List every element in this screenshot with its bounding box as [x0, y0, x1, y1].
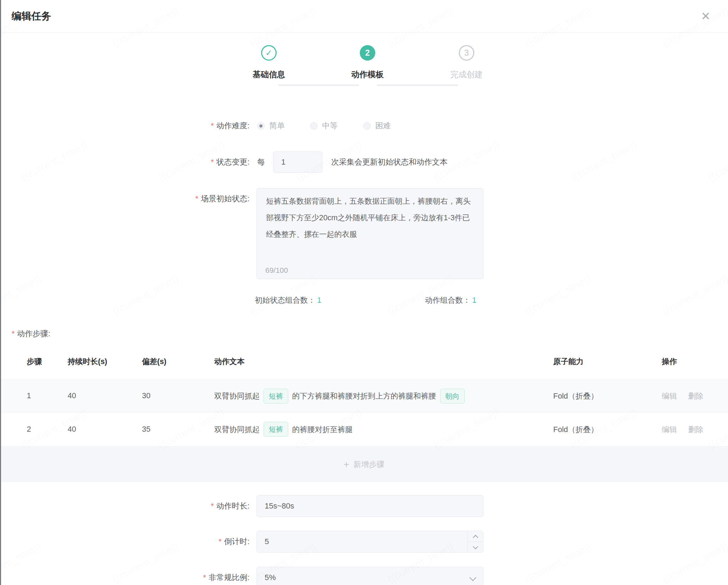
countdown-input[interactable]: 5: [257, 531, 483, 553]
header-ability: 原子能力: [553, 352, 584, 371]
dialog-header: 编辑任务 ✕: [0, 0, 728, 33]
chevron-up-icon: [473, 535, 478, 541]
row-actions: 编辑 删除: [662, 412, 703, 446]
action-duration-value: 15s~80s: [257, 495, 483, 517]
required-mark: *: [195, 194, 198, 203]
row-ability: Fold（折叠）: [553, 412, 598, 446]
radio-icon: [363, 122, 371, 130]
required-mark: *: [203, 573, 206, 582]
delete-link[interactable]: 删除: [688, 391, 703, 401]
radio-label: 中等: [322, 121, 338, 131]
row-deviation: 30: [142, 380, 150, 412]
action-duration-label: *动作时长:: [94, 495, 249, 517]
text-segment: 的下方裤腿和裤腰对折到上方的裤腿和裤腰: [292, 391, 436, 401]
state-change-label: *状态变更:: [94, 152, 249, 173]
initial-combo-count: 初始状态组合数：1: [255, 292, 321, 308]
difficulty-row: *动作难度: 简单 中等 困难: [0, 117, 728, 134]
plus-icon: +: [344, 459, 349, 470]
unusual-ratio-value: 5%: [257, 567, 483, 585]
row-step: 1: [27, 380, 31, 412]
row-actions: 编辑 删除: [662, 380, 703, 412]
row-deviation: 35: [142, 412, 150, 446]
required-mark: *: [12, 329, 15, 338]
required-mark: *: [218, 537, 222, 546]
countdown-row: *倒计时: 5: [0, 531, 728, 553]
row-action-text: 双臂协同抓起 短裤 的裤腰对折至裤腿: [214, 412, 538, 446]
step-2-label: 动作模板: [329, 69, 406, 80]
header-actions: 操作: [662, 352, 677, 371]
initial-combo-value: 1: [317, 296, 321, 304]
edit-task-dialog: ((current_time))((current_time))((curren…: [0, 0, 728, 585]
difficulty-label: *动作难度:: [94, 117, 249, 134]
radio-icon: [310, 122, 317, 130]
page-edge: [0, 0, 1, 585]
char-counter: 69/100: [265, 266, 288, 275]
step-number: 3: [464, 48, 469, 58]
header-duration: 持续时长(s): [68, 352, 107, 371]
initial-state-label: *场景初始状态:: [94, 188, 249, 209]
object-tag: 短裤: [264, 389, 288, 404]
radio-icon: [257, 122, 265, 130]
header-action-text: 动作文本: [214, 352, 538, 371]
row-duration: 40: [68, 380, 76, 412]
radio-option-easy[interactable]: 简单: [257, 117, 285, 134]
row-duration: 40: [68, 412, 76, 446]
action-steps-table: 步骤 持续时长(s) 偏差(s) 动作文本 原子能力 操作 1 40 30 双臂…: [0, 352, 728, 482]
step-3-label: 完成创建: [428, 69, 505, 80]
countdown-label: *倒计时:: [94, 531, 249, 553]
step-3-circle: 3: [459, 45, 474, 61]
spinner-up-button[interactable]: [468, 531, 483, 542]
required-mark: *: [211, 501, 214, 510]
edit-link[interactable]: 编辑: [662, 391, 677, 401]
text-segment: 的裤腰对折至裤腿: [292, 424, 353, 435]
unusual-ratio-label: *非常规比例:: [94, 567, 249, 585]
add-step-label: 新增步骤: [353, 459, 384, 470]
table-row: 2 40 35 双臂协同抓起 短裤 的裤腰对折至裤腿 Fold（折叠） 编辑 删…: [0, 412, 728, 447]
add-step-button[interactable]: + 新增步骤: [0, 447, 728, 482]
dialog-title: 编辑任务: [12, 0, 51, 32]
object-tag: 短裤: [264, 422, 288, 437]
state-change-input[interactable]: 1: [273, 152, 322, 173]
row-ability: Fold（折叠）: [553, 380, 598, 412]
state-change-row: *状态变更: 每 1 次采集会更新初始状态和动作文本: [0, 152, 728, 173]
chevron-down-icon: [473, 544, 478, 549]
radio-option-medium[interactable]: 中等: [310, 117, 338, 134]
stepper: ✓ 2 3 基础信息 动作模板 完成创建: [0, 32, 728, 89]
text-segment: 双臂协同抓起: [214, 424, 260, 435]
step-1-circle: ✓: [261, 45, 277, 61]
stepper-connector: [377, 85, 458, 86]
step-number: 2: [365, 48, 370, 58]
text-segment: 双臂协同抓起: [214, 391, 260, 401]
row-action-text: 双臂协同抓起 短裤 的下方裤腿和裤腰对折到上方的裤腿和裤腰 朝向: [214, 380, 538, 412]
radio-label: 困难: [375, 121, 391, 131]
initial-combo-label: 初始状态组合数：: [255, 296, 315, 304]
edit-link[interactable]: 编辑: [662, 424, 677, 435]
step-1-label: 基础信息: [230, 69, 308, 80]
row-step: 2: [27, 412, 31, 446]
action-combo-value: 1: [472, 296, 476, 304]
state-change-value: 1: [273, 152, 322, 172]
radio-option-hard[interactable]: 困难: [363, 117, 391, 134]
unusual-ratio-row: *非常规比例: 5%: [0, 567, 728, 585]
required-mark: *: [211, 158, 214, 166]
action-steps-label: *动作步骤:: [12, 326, 50, 341]
state-change-suffix: 次采集会更新初始状态和动作文本: [331, 152, 448, 173]
step-2-circle: 2: [360, 45, 375, 61]
spinner-down-button[interactable]: [468, 542, 483, 552]
close-icon[interactable]: ✕: [701, 0, 710, 32]
combo-counts-row: 初始状态组合数：1 动作组合数：1: [0, 292, 728, 308]
header-deviation: 偏差(s): [142, 352, 166, 371]
stepper-connector: [278, 85, 359, 86]
delete-link[interactable]: 删除: [688, 424, 703, 435]
table-header-row: 步骤 持续时长(s) 偏差(s) 动作文本 原子能力 操作: [0, 352, 728, 371]
action-combo-label: 动作组合数：: [425, 296, 470, 304]
initial-state-textarea[interactable]: 短裤五条数据背面朝上，五条数据正面朝上，裤腰朝右，离头部视野下方至少20cm之外…: [257, 188, 483, 279]
unusual-ratio-select[interactable]: 5%: [257, 567, 483, 585]
number-spinner: [468, 531, 483, 552]
initial-state-row: *场景初始状态: 短裤五条数据背面朝上，五条数据正面朝上，裤腰朝右，离头部视野下…: [0, 188, 728, 279]
header-step: 步骤: [27, 352, 42, 371]
orientation-tag: 朝向: [440, 389, 465, 404]
check-icon: ✓: [265, 48, 272, 58]
action-duration-input[interactable]: 15s~80s: [257, 495, 483, 517]
radio-label: 简单: [269, 121, 285, 131]
